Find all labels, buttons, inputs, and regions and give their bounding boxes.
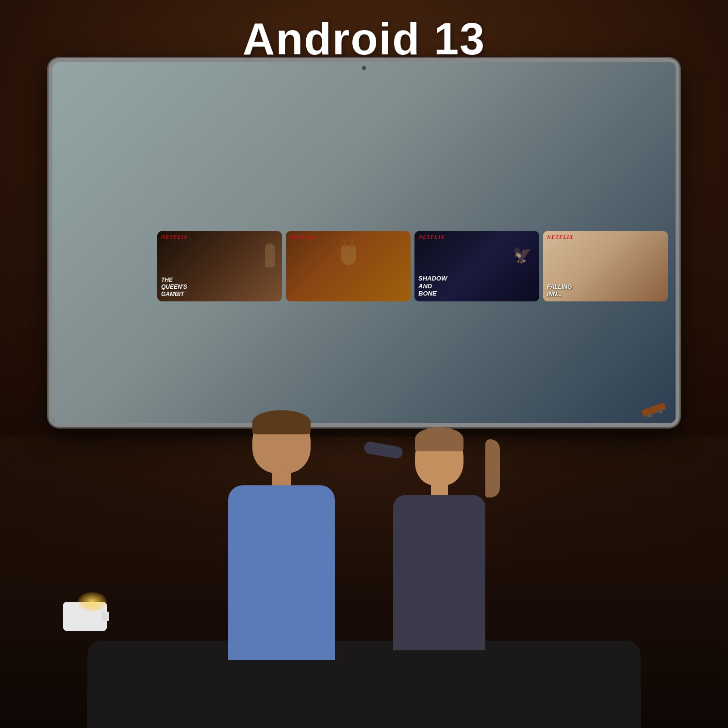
queens-title-text: TheQueen'sGambit	[161, 277, 278, 298]
netflix-thumb-falling-inn[interactable]: NETFLIX FallingInn...	[543, 231, 668, 301]
chess-piece	[265, 243, 275, 267]
camera-dot	[362, 66, 366, 70]
thumb-skate[interactable]	[543, 159, 668, 227]
shadow-netflix-badge: NETFLIX	[418, 234, 445, 240]
queens-title-area: TheQueen'sGambit	[161, 277, 278, 298]
video-thumbs-row	[149, 157, 676, 229]
bird-icon: 🦅	[513, 246, 532, 264]
falling-title-area: FallingInn...	[547, 283, 664, 298]
deer-bg	[286, 231, 411, 301]
falling-title-text: FallingInn...	[547, 283, 664, 298]
netflix-thumb-deer[interactable]: NETFLIX	[286, 231, 411, 301]
projector-light-beam	[78, 592, 107, 612]
wall-bottom	[0, 388, 728, 728]
deer-netflix-badge: NETFLIX	[290, 234, 316, 240]
tv-screen: Apps YouTube N Netfliix	[52, 62, 676, 423]
skate-bg	[543, 159, 668, 227]
page-title: Android 13	[0, 14, 728, 65]
main-content: Try searching for "romantic comedies" ⇥	[149, 62, 676, 423]
netflix-thumb-queens-gambit[interactable]: NETFLIX TheQueen'sGambit	[157, 231, 282, 301]
falling-netflix-badge: NETFLIX	[547, 234, 574, 240]
queens-netflix-badge: NETFLIX	[161, 234, 188, 240]
netflix-thumb-shadow-bone[interactable]: NETFLIX ShadowandBone 🦅	[414, 231, 539, 301]
shadow-title-area: ShadowandBone	[418, 275, 535, 298]
shadow-title-text: ShadowandBone	[418, 275, 535, 298]
deer-face	[341, 246, 356, 265]
tv-frame: Apps YouTube N Netfliix	[49, 58, 679, 427]
projector-lens	[102, 612, 109, 621]
